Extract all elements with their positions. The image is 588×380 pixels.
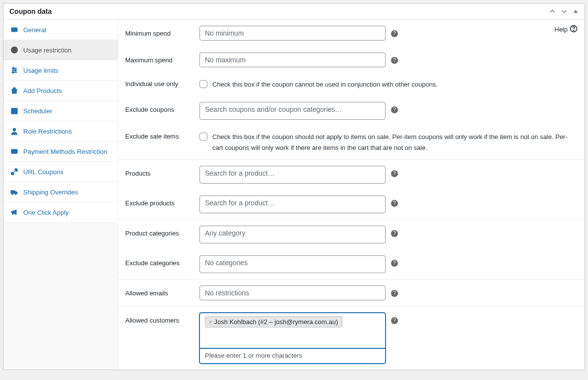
help-icon[interactable]: ? bbox=[391, 289, 398, 297]
svg-point-9 bbox=[15, 70, 16, 71]
label-allowed-customers: Allowed customers bbox=[125, 313, 199, 324]
row-individual-use: Individual use only Check this box if th… bbox=[118, 73, 585, 96]
tag-remove-icon[interactable]: × bbox=[208, 319, 212, 325]
panel-header-controls bbox=[549, 8, 579, 15]
svg-text:?: ? bbox=[393, 318, 396, 323]
sidebar-item-shipping-overrides[interactable]: Shipping Overrides bbox=[3, 182, 118, 202]
svg-point-15 bbox=[13, 128, 16, 131]
exclude-products-select[interactable]: Search for a product… bbox=[199, 195, 386, 213]
label-exclude-products: Exclude products bbox=[125, 195, 199, 207]
sidebar-item-label: Role Restrictions bbox=[23, 128, 72, 135]
sidebar-item-label: One Click Apply bbox=[23, 209, 69, 216]
sidebar-item-label: Usage restriction bbox=[23, 47, 72, 54]
truck-icon bbox=[10, 188, 18, 196]
help-icon[interactable]: ? bbox=[391, 106, 398, 114]
sidebar-item-payment-methods-restriction[interactable]: Payment Methods Restriction bbox=[3, 142, 118, 162]
sidebar-item-usage-restriction[interactable]: Usage restriction bbox=[3, 40, 118, 60]
sidebar-item-general[interactable]: General bbox=[3, 20, 118, 40]
allowed-customers-select[interactable]: × Josh Kohlbach (#2 – josh@rymera.com.au… bbox=[199, 313, 386, 348]
row-maximum-spend: Maximum spend ? bbox=[118, 47, 585, 73]
panel-title: Coupon data bbox=[9, 7, 52, 15]
sidebar: General Usage restriction Usage limits A… bbox=[3, 20, 118, 370]
row-exclude-categories: Exclude categories No categories ? bbox=[118, 249, 585, 280]
help-icon[interactable]: ? bbox=[391, 30, 398, 38]
coupon-data-panel: Coupon data General Usage restriction bbox=[3, 3, 585, 370]
row-minimum-spend: Minimum spend ? bbox=[118, 20, 585, 47]
exclude-sale-items-checkbox[interactable] bbox=[199, 133, 207, 141]
svg-rect-2 bbox=[13, 28, 13, 32]
label-products: Products bbox=[125, 166, 199, 177]
help-icon[interactable]: ? bbox=[391, 170, 398, 178]
customer-tag: × Josh Kohlbach (#2 – josh@rymera.com.au… bbox=[205, 316, 343, 328]
exclude-categories-select[interactable]: No categories bbox=[199, 255, 386, 273]
help-label: Help bbox=[554, 26, 568, 33]
ticket-icon bbox=[10, 26, 18, 34]
sidebar-item-label: Scheduler bbox=[23, 107, 52, 115]
svg-point-10 bbox=[12, 72, 14, 73]
svg-text:?: ? bbox=[393, 290, 396, 296]
block-icon bbox=[10, 46, 18, 54]
sliders-icon bbox=[10, 66, 18, 74]
label-product-categories: Product categories bbox=[125, 226, 199, 237]
individual-use-description: Check this box if the coupon cannot be u… bbox=[212, 79, 438, 90]
label-individual-use: Individual use only bbox=[125, 79, 199, 88]
row-product-categories: Product categories Any category ? bbox=[118, 220, 585, 249]
question-circle-icon bbox=[570, 25, 578, 34]
row-exclude-coupons: Exclude coupons Search coupons and/or co… bbox=[118, 96, 585, 126]
help-icon[interactable]: ? bbox=[391, 317, 398, 325]
chevron-down-icon[interactable] bbox=[561, 8, 568, 15]
allowed-emails-input[interactable] bbox=[199, 285, 386, 300]
label-exclude-sale-items: Exclude sale items bbox=[125, 132, 199, 140]
svg-text:?: ? bbox=[393, 171, 396, 176]
svg-rect-18 bbox=[11, 190, 15, 193]
minimum-spend-input[interactable] bbox=[199, 26, 386, 41]
sidebar-item-role-restrictions[interactable]: Role Restrictions bbox=[3, 121, 118, 142]
collapse-icon[interactable] bbox=[573, 8, 579, 14]
label-minimum-spend: Minimum spend bbox=[125, 26, 199, 37]
card-icon bbox=[10, 147, 18, 155]
person-icon bbox=[10, 127, 18, 135]
maximum-spend-input[interactable] bbox=[199, 52, 386, 67]
svg-text:?: ? bbox=[393, 31, 396, 36]
row-exclude-products: Exclude products Search for a product… ? bbox=[118, 190, 585, 220]
svg-point-22 bbox=[573, 30, 574, 31]
sidebar-item-one-click-apply[interactable]: One Click Apply bbox=[3, 202, 118, 223]
help-icon[interactable]: ? bbox=[391, 56, 398, 64]
svg-point-8 bbox=[13, 68, 14, 69]
exclude-coupons-select[interactable]: Search coupons and/or coupon categories… bbox=[199, 102, 386, 120]
row-products: Products Search for a product… ? bbox=[118, 160, 585, 190]
content-pane: Help Minimum spend ? Maximum spend ? Ind… bbox=[118, 20, 585, 370]
svg-text:?: ? bbox=[393, 260, 396, 266]
help-icon[interactable]: ? bbox=[391, 230, 398, 238]
bag-icon bbox=[10, 87, 18, 95]
row-allowed-customers: Allowed customers × Josh Kohlbach (#2 – … bbox=[118, 307, 585, 370]
calendar-icon bbox=[10, 107, 18, 115]
sidebar-item-add-products[interactable]: Add Products bbox=[3, 81, 118, 101]
svg-rect-1 bbox=[11, 28, 17, 32]
chevron-up-icon[interactable] bbox=[549, 8, 556, 15]
panel-body: General Usage restriction Usage limits A… bbox=[3, 20, 585, 370]
allowed-customers-dropdown-prompt: Please enter 1 or more characters bbox=[199, 348, 386, 364]
help-icon[interactable]: ? bbox=[391, 259, 398, 267]
megaphone-icon bbox=[10, 208, 18, 216]
row-exclude-sale-items: Exclude sale items Check this box if the… bbox=[118, 126, 585, 160]
panel-header: Coupon data bbox=[3, 3, 585, 20]
products-select[interactable]: Search for a product… bbox=[199, 166, 386, 184]
row-allowed-emails: Allowed emails ? bbox=[118, 280, 585, 307]
svg-text:?: ? bbox=[393, 107, 396, 112]
help-icon[interactable]: ? bbox=[391, 199, 398, 207]
help-link[interactable]: Help bbox=[554, 25, 578, 34]
label-exclude-categories: Exclude categories bbox=[125, 255, 199, 267]
sidebar-item-label: General bbox=[23, 26, 46, 34]
sidebar-item-url-coupons[interactable]: URL Coupons bbox=[3, 162, 118, 182]
sidebar-item-label: Shipping Overrides bbox=[23, 189, 78, 196]
svg-text:?: ? bbox=[393, 231, 396, 236]
label-exclude-coupons: Exclude coupons bbox=[125, 102, 199, 113]
sidebar-item-scheduler[interactable]: Scheduler bbox=[3, 101, 118, 121]
label-allowed-emails: Allowed emails bbox=[125, 285, 199, 297]
sidebar-item-label: Usage limits bbox=[23, 67, 58, 74]
product-categories-select[interactable]: Any category bbox=[199, 226, 386, 243]
svg-point-20 bbox=[15, 193, 17, 195]
individual-use-checkbox[interactable] bbox=[199, 80, 207, 88]
sidebar-item-usage-limits[interactable]: Usage limits bbox=[3, 60, 118, 81]
